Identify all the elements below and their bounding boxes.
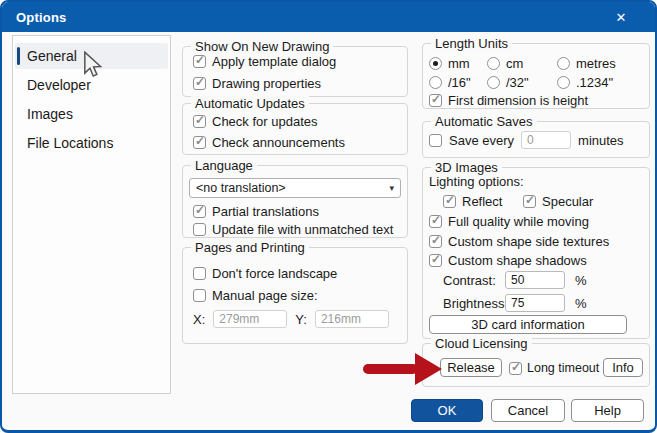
checkbox-partial-translations[interactable]: Partial translations [193, 204, 319, 219]
radio-metres[interactable]: metres [557, 56, 616, 71]
group-title: Length Units [431, 36, 512, 51]
radio-icon[interactable] [429, 57, 442, 70]
title-bar: Options ✕ [2, 2, 655, 32]
radio-icon[interactable] [557, 57, 570, 70]
group-title: Cloud Licensing [431, 336, 532, 351]
checkbox-icon[interactable] [193, 205, 206, 218]
radio-sixteenths[interactable]: /16" [429, 75, 471, 90]
lighting-options-label: Lighting options: [429, 174, 524, 189]
checkbox-icon[interactable] [509, 362, 522, 375]
group-title: Automatic Saves [431, 114, 537, 129]
checkbox-long-timeout[interactable]: Long timeout [509, 361, 599, 375]
checkbox-manual-page-size[interactable]: Manual page size: [193, 288, 318, 303]
group-title: Automatic Updates [191, 96, 309, 111]
checkbox-icon[interactable] [193, 136, 206, 149]
page-y-field [315, 310, 389, 328]
dropdown-arrow-icon: ▾ [389, 183, 394, 193]
window-title: Options [16, 10, 67, 25]
checkbox-icon[interactable] [193, 289, 206, 302]
checkbox-full-quality-moving[interactable]: Full quality while moving [429, 214, 589, 229]
checkbox-save-every[interactable] [429, 134, 442, 147]
radio-icon[interactable] [429, 76, 442, 89]
sidebar-item-label: Developer [27, 77, 91, 93]
group-title: Show On New Drawing [191, 39, 333, 54]
brightness-field[interactable] [505, 294, 565, 312]
checkbox-icon[interactable] [429, 254, 442, 267]
checkbox-reflect[interactable]: Reflect [443, 194, 502, 209]
checkbox-specular[interactable]: Specular [523, 194, 593, 209]
checkbox-apply-template-dialog[interactable]: Apply template dialog [193, 54, 336, 69]
radio-decimal-inches[interactable]: .1234" [557, 75, 613, 90]
category-list: General Developer Images File Locations [12, 35, 171, 394]
language-dropdown-value: <no translation> [196, 181, 286, 195]
group-title: Pages and Printing [191, 240, 309, 255]
brightness-row: Brightness: % [443, 294, 587, 312]
page-size-fields-row: X: Y: [193, 310, 389, 328]
checkbox-icon[interactable] [429, 94, 442, 107]
checkbox-icon[interactable] [193, 115, 206, 128]
contrast-row: Contrast: % [443, 271, 587, 289]
group-cloud-licensing: Cloud Licensing Release Long timeout Inf… [422, 343, 650, 387]
checkbox-first-dimension-height[interactable]: First dimension is height [429, 93, 588, 108]
radio-icon[interactable] [487, 57, 500, 70]
checkbox-dont-force-landscape[interactable]: Don't force landscape [193, 266, 337, 281]
sidebar-item-developer[interactable]: Developer [15, 72, 168, 98]
sidebar-item-label: General [27, 48, 77, 64]
checkbox-drawing-properties[interactable]: Drawing properties [193, 76, 321, 91]
group-title: 3D Images [431, 160, 502, 175]
sidebar-item-images[interactable]: Images [15, 101, 168, 127]
checkbox-check-for-updates[interactable]: Check for updates [193, 114, 318, 129]
close-icon[interactable]: ✕ [605, 2, 637, 32]
sidebar-item-label: Images [27, 106, 73, 122]
contrast-label: Contrast: [443, 273, 505, 288]
3d-card-information-button[interactable]: 3D card information [429, 315, 627, 334]
cancel-button[interactable]: Cancel [491, 399, 565, 422]
checkbox-icon[interactable] [523, 195, 536, 208]
group-automatic-saves: Automatic Saves Save every minutes [422, 121, 650, 158]
group-language: Language <no translation> ▾ Partial tran… [182, 165, 408, 238]
group-automatic-updates: Automatic Updates Check for updates Chec… [182, 103, 408, 155]
help-button[interactable]: Help [571, 399, 644, 422]
brightness-percent-label: % [575, 296, 587, 311]
checkbox-custom-side-textures[interactable]: Custom shape side textures [429, 234, 609, 249]
checkbox-icon[interactable] [193, 267, 206, 280]
sidebar-item-label: File Locations [27, 135, 113, 151]
ok-button[interactable]: OK [411, 399, 483, 422]
sidebar-item-general[interactable]: General [15, 43, 168, 69]
checkbox-update-file-unmatched[interactable]: Update file with unmatched text [193, 222, 393, 237]
group-pages-and-printing: Pages and Printing Don't force landscape… [182, 247, 408, 344]
radio-cm[interactable]: cm [487, 56, 523, 71]
release-button[interactable]: Release [440, 358, 502, 377]
brightness-label: Brightness: [443, 296, 505, 311]
radio-thirtyseconds[interactable]: /32" [487, 75, 529, 90]
save-interval-field [521, 131, 571, 149]
page-x-field [213, 310, 287, 328]
group-length-units: Length Units mm cm metres /16" /32" .123… [422, 43, 650, 109]
radio-mm[interactable]: mm [429, 56, 470, 71]
autosave-row: Save every minutes [429, 131, 624, 149]
page-y-label: Y: [295, 312, 307, 327]
checkbox-icon[interactable] [193, 223, 206, 236]
checkbox-check-announcements[interactable]: Check announcements [193, 135, 345, 150]
contrast-percent-label: % [575, 273, 587, 288]
radio-icon[interactable] [487, 76, 500, 89]
checkbox-icon[interactable] [443, 195, 456, 208]
page-x-label: X: [193, 312, 205, 327]
group-3d-images: 3D Images Lighting options: Reflect Spec… [422, 167, 650, 339]
checkbox-icon[interactable] [429, 215, 442, 228]
info-button[interactable]: Info [603, 358, 643, 377]
checkbox-custom-shadows[interactable]: Custom shape shadows [429, 253, 587, 268]
checkbox-icon[interactable] [429, 235, 442, 248]
language-dropdown[interactable]: <no translation> ▾ [189, 178, 401, 198]
group-title: Language [191, 158, 257, 173]
sidebar-item-file-locations[interactable]: File Locations [15, 130, 168, 156]
group-show-on-new-drawing: Show On New Drawing Apply template dialo… [182, 46, 408, 97]
save-interval-suffix: minutes [578, 133, 624, 148]
checkbox-icon[interactable] [193, 55, 206, 68]
options-dialog: Options ✕ General Developer Images File … [0, 0, 657, 433]
contrast-field[interactable] [505, 271, 565, 289]
checkbox-icon[interactable] [193, 77, 206, 90]
selection-accent-bar [17, 47, 20, 65]
radio-icon[interactable] [557, 76, 570, 89]
